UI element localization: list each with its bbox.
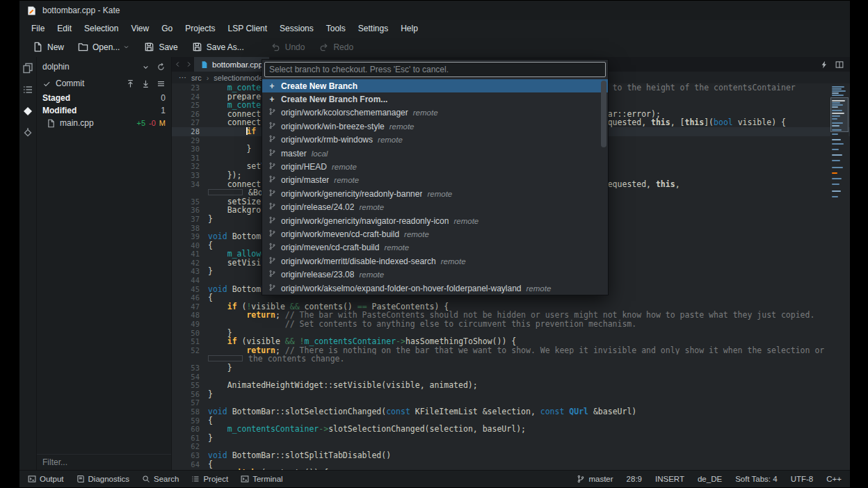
- popup-scrollbar[interactable]: [601, 81, 606, 293]
- menu-help[interactable]: Help: [394, 22, 424, 35]
- branch-item[interactable]: origin/work/rmb-windowsremote: [262, 133, 608, 147]
- dictionary[interactable]: de_DE: [698, 475, 722, 483]
- branch-item[interactable]: origin/work/win-breeze-styleremote: [262, 120, 608, 133]
- code-line[interactable]: 58void BottomBar::slotSelectionChanged(c…: [172, 407, 850, 416]
- code-line[interactable]: 63void BottomBar::slotSplitTabDisabled(): [172, 451, 850, 460]
- branch-item[interactable]: origin/work/merritt/disable-indexed-sear…: [262, 254, 608, 268]
- code-line[interactable]: 59{: [172, 416, 850, 425]
- branch-item[interactable]: +Create New Branch From...: [262, 92, 608, 106]
- minimize-button[interactable]: [754, 1, 786, 20]
- menu-tools[interactable]: Tools: [320, 22, 352, 35]
- refresh-icon[interactable]: [156, 63, 166, 72]
- code-line[interactable]: 61}: [172, 434, 850, 443]
- menu-projects[interactable]: Projects: [179, 22, 221, 35]
- project-toggle[interactable]: Project: [191, 475, 228, 483]
- branch-search-input[interactable]: [264, 62, 606, 77]
- branch-item[interactable]: origin/work/genericity/readonly-bannerre…: [262, 187, 608, 200]
- git-pull-icon[interactable]: [141, 79, 150, 88]
- line-number: 33: [175, 171, 208, 180]
- git-branch-indicator[interactable]: master: [577, 475, 613, 483]
- menu-go[interactable]: Go: [155, 22, 179, 35]
- branch-scope: remote: [332, 163, 357, 171]
- documents-tool-icon[interactable]: [22, 63, 33, 74]
- code-line[interactable]: the contents change.: [172, 355, 850, 364]
- code-line[interactable]: 50 }: [172, 329, 850, 338]
- save-as-button[interactable]: Save As...: [186, 39, 250, 55]
- code-line[interactable]: 47 if (!visible && contents() == PasteCo…: [172, 302, 850, 311]
- git-branch-icon: [268, 162, 276, 172]
- git-branch-icon: [577, 475, 585, 483]
- code-line[interactable]: 49 // Set contents to anything else to c…: [172, 320, 850, 329]
- menu-edit[interactable]: Edit: [51, 22, 78, 35]
- branch-item[interactable]: origin/HEADremote: [262, 160, 608, 173]
- modified-section[interactable]: Modified 1: [37, 104, 171, 117]
- branch-item[interactable]: origin/release/24.02remote: [262, 201, 608, 214]
- new-button[interactable]: New: [26, 39, 70, 55]
- input-mode[interactable]: INSERT: [655, 475, 684, 483]
- maximize-button[interactable]: [786, 1, 818, 20]
- cursor-position[interactable]: 28:9: [627, 475, 642, 483]
- code-line[interactable]: 57: [172, 398, 850, 407]
- save-button[interactable]: Save: [138, 39, 184, 55]
- minimap-scrollbar[interactable]: [830, 85, 849, 469]
- project-selector[interactable]: dolphin: [37, 58, 171, 75]
- menu-settings[interactable]: Settings: [352, 22, 394, 35]
- undo-button[interactable]: Undo: [264, 39, 312, 55]
- code-line[interactable]: 62: [172, 442, 850, 451]
- code-line[interactable]: 54: [172, 373, 850, 382]
- breadcrumb-src[interactable]: src: [191, 74, 202, 82]
- project-dropdown-icon[interactable]: [141, 63, 150, 72]
- encoding[interactable]: UTF-8: [791, 475, 814, 483]
- code-line[interactable]: 55 AnimatedHeightWidget::setVisible(visi…: [172, 381, 850, 390]
- tab-mode[interactable]: Soft Tabs: 4: [735, 475, 778, 483]
- commit-button[interactable]: Commit: [56, 79, 84, 88]
- code-line[interactable]: 48 return; // The bar with PasteContents…: [172, 311, 850, 320]
- code-line[interactable]: 51 if (visible && !m_contentsContainer->…: [172, 337, 850, 346]
- branch-item[interactable]: origin/work/akselmo/expand-folder-on-hov…: [262, 282, 608, 295]
- branch-item[interactable]: +Create New Branch: [262, 79, 608, 92]
- code-line[interactable]: 56}: [172, 390, 850, 399]
- syntax-language[interactable]: C++: [826, 475, 842, 483]
- symbols-tool-icon[interactable]: [22, 127, 33, 138]
- git-tool-icon[interactable]: [22, 106, 33, 117]
- redo-button[interactable]: Redo: [312, 39, 360, 55]
- close-button[interactable]: [818, 1, 850, 20]
- branch-item[interactable]: masterlocal: [262, 147, 608, 160]
- menu-view[interactable]: View: [124, 22, 155, 35]
- code-line[interactable]: 65 switch (contents()) {: [172, 469, 850, 470]
- menu-file[interactable]: File: [25, 22, 51, 35]
- branch-item[interactable]: origin/meven/cd-craft-buildremote: [262, 241, 608, 254]
- tab-bottombar-cpp[interactable]: bottombar.cpp: [194, 57, 269, 72]
- branch-item[interactable]: origin/work/meven/cd-craft-buildremote: [262, 227, 608, 241]
- terminal-toggle[interactable]: Terminal: [241, 475, 282, 483]
- git-push-icon[interactable]: [126, 79, 135, 88]
- branch-item[interactable]: origin/masterremote: [262, 174, 608, 187]
- open-button[interactable]: Open...: [72, 39, 136, 55]
- menu-selection[interactable]: Selection: [78, 22, 124, 35]
- branch-item[interactable]: origin/work/genericity/navigator-readonl…: [262, 214, 608, 227]
- diagnostics-toggle[interactable]: Diagnostics: [77, 475, 129, 483]
- split-view-icon[interactable]: [835, 60, 844, 69]
- menu-lsp-client[interactable]: LSP Client: [222, 22, 273, 35]
- breadcrumb-ellipsis[interactable]: ⋯: [179, 73, 186, 82]
- branch-item[interactable]: origin/release/23.08remote: [262, 268, 608, 281]
- quick-actions-icon[interactable]: [820, 60, 828, 69]
- staged-section[interactable]: Staged 0: [37, 92, 171, 104]
- search-toggle[interactable]: Search: [142, 475, 179, 483]
- git-menu-icon[interactable]: [156, 79, 166, 88]
- branch-item[interactable]: origin/work/kcolorschememanagerremote: [262, 106, 608, 120]
- filesystem-tool-icon[interactable]: [22, 84, 33, 95]
- code-line[interactable]: 53 }: [172, 364, 850, 373]
- code-line[interactable]: 60 m_contentsContainer->slotSelectionCha…: [172, 425, 850, 434]
- breadcrumb-selectionmode[interactable]: selectionmode: [214, 74, 263, 82]
- popup-scrollbar-thumb[interactable]: [601, 81, 606, 147]
- filter-input[interactable]: [37, 454, 171, 470]
- main-area: dolphin Commit Staged 0 Mo: [19, 57, 850, 470]
- nav-back-button[interactable]: [172, 57, 183, 72]
- code-line[interactable]: 52 return; // There is nothing on the ba…: [172, 346, 850, 355]
- menu-sessions[interactable]: Sessions: [273, 22, 320, 35]
- modified-file-row[interactable]: main.cpp +5 -0 M: [37, 117, 171, 129]
- nav-forward-button[interactable]: [183, 57, 194, 72]
- output-toggle[interactable]: Output: [28, 475, 64, 483]
- code-line[interactable]: 64{: [172, 460, 850, 469]
